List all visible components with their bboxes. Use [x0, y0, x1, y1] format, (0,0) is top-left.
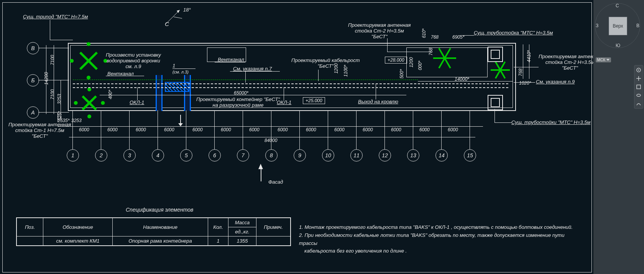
grid-tick [441, 110, 442, 149]
orbit-icon[interactable] [636, 92, 642, 98]
dim-400: 400* [108, 90, 113, 99]
dim-line [100, 95, 406, 95]
leader [230, 71, 280, 72]
dim-1535: 1535* [58, 118, 69, 123]
td-oboz: см. комплект КМ1 [43, 236, 113, 246]
dim-1020: 1020* [519, 80, 531, 86]
viewcube-north[interactable]: С [616, 3, 619, 8]
label-okl1: ОКЛ-1 [130, 99, 144, 105]
chevron-down-icon [606, 59, 610, 61]
dim-span: 6000 [249, 127, 260, 132]
td-prim [256, 236, 291, 246]
dim-500: 500* [399, 69, 404, 79]
dim-1200b: 1200 [409, 57, 414, 68]
pan-icon[interactable] [636, 75, 642, 82]
dim-6905: 6905* [452, 34, 464, 40]
right-rail: Верх С Ю З В МСК [593, 0, 644, 274]
svg-point-6 [638, 70, 639, 71]
antenna-cluster [491, 60, 510, 80]
label-pipe-mts: Сущ. трубостойка "МТС" H=3.5м [474, 30, 553, 36]
green-dash [73, 80, 418, 80]
dim-000: 000* [417, 61, 423, 70]
blue-column [184, 75, 191, 111]
td-kol: 1 [208, 236, 228, 246]
facade-arrow-head [258, 164, 263, 169]
label-line: водоприемной воронки [107, 58, 160, 64]
th-oboz: Обозначение [43, 218, 113, 236]
vent-rect [207, 47, 246, 62]
grid-tick [299, 110, 300, 149]
label-roof-exit: Выход на кровлю [358, 99, 398, 104]
pipe-stand [488, 95, 503, 110]
grid-tick [72, 110, 73, 149]
label-fasad: Фасад [268, 179, 283, 185]
grid-tick [129, 110, 130, 149]
label-p7: См. указания п.7 [233, 66, 272, 72]
dim-span: 6000 [278, 127, 288, 132]
label-line: стойка Ст-2 H=3.5м [545, 59, 595, 65]
label-line: Проектируемый контейнер "БеСТ" [196, 96, 280, 102]
blue-column [156, 75, 163, 111]
compass-angle: 18° [183, 7, 191, 13]
leader [215, 62, 245, 62]
note-2a: 2. При необходимости кабельные лотки тип… [299, 232, 575, 248]
dim-span: 6000 [419, 127, 430, 132]
label-line: Произвести установку [106, 52, 161, 58]
axis-number: 12 [379, 149, 391, 161]
label-ant-st1: Проектируемая антенная стойка Ст-1 H=7.5… [8, 122, 71, 139]
label-ant-st2-right: Проектируемая антенная стойка Ст-2 H=3.5… [539, 54, 601, 71]
axis-number: 14 [435, 149, 448, 161]
dim-span: 6000 [334, 127, 345, 132]
dim-span: 6000 [164, 127, 174, 132]
label-p9: См. указания п.9 [536, 79, 575, 85]
axis-number: 4 [152, 149, 164, 161]
svg-line-2 [174, 17, 182, 18]
dim-span: 6000 [448, 127, 458, 132]
dim-span: 6000 [306, 127, 316, 132]
grid-tick [271, 110, 271, 149]
dim-span: 6000 [221, 127, 231, 132]
grid-tick [186, 110, 186, 149]
grid-tick [413, 110, 413, 149]
level-28: +28.000 [385, 57, 407, 64]
dim-768b: 768 [428, 48, 434, 55]
ucs-label: МСК [597, 58, 605, 62]
dim-text: 7100 [50, 90, 55, 100]
label-line: на разгрузочной раме [212, 102, 263, 108]
svg-marker-4 [178, 123, 183, 126]
show-motion-icon[interactable] [636, 101, 642, 107]
ucs-dropdown[interactable]: МСК [596, 57, 611, 62]
dim-span: 6000 [79, 127, 89, 132]
label-voronka: Произвести установку водоприемной воронк… [106, 52, 161, 69]
facade-arrow-stem [261, 168, 261, 181]
axis-letter: Б [27, 74, 39, 86]
label-line: "БеСТ" [32, 133, 48, 139]
viewcube-south[interactable]: Ю [616, 43, 620, 48]
grid-tick [214, 110, 215, 149]
axis-number: 8 [265, 149, 278, 161]
nav-bar [634, 65, 643, 109]
dim-span: 6000 [107, 127, 118, 132]
steering-wheel-icon[interactable] [636, 67, 642, 73]
dim-768: 768 [431, 34, 439, 40]
dim-span: 6000 [363, 127, 373, 132]
leader [514, 67, 539, 67]
cable-tray-top [73, 83, 510, 84]
dim-span: 6000 [192, 127, 203, 132]
dim-chain [58, 126, 483, 127]
drawing-canvas[interactable]: 18° С Сущ. трипод "МТС" H=7.5м Проектиру… [0, 0, 593, 274]
leader [106, 76, 144, 76]
label-container: Проектируемый контейнер "БеСТ" на разгру… [196, 96, 280, 108]
frac-num: 1 [172, 63, 175, 68]
zoom-extents-icon[interactable] [636, 84, 642, 90]
axis-number: 11 [350, 149, 363, 161]
dim-3253: 3253 [71, 118, 82, 123]
viewcube[interactable]: Верх С Ю З В [595, 3, 640, 48]
label-line: Проектируемая антенная [539, 54, 601, 59]
viewcube-west[interactable]: З [596, 23, 598, 28]
leader [376, 84, 376, 99]
viewcube-top-face[interactable]: Верх [609, 17, 627, 35]
leader [50, 20, 50, 40]
level-25: +25.000 [303, 97, 325, 104]
viewcube-east[interactable]: В [636, 23, 639, 28]
